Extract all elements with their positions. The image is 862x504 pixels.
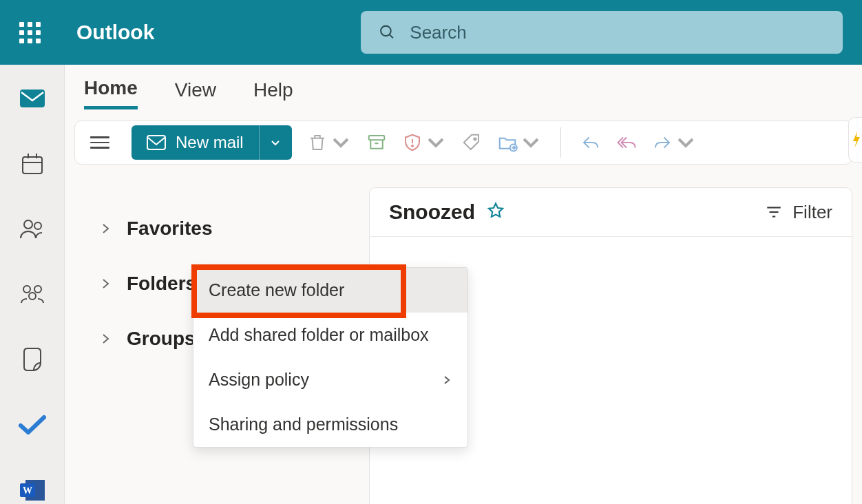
people-app-icon[interactable] [19, 216, 46, 242]
groups-app-icon[interactable] [19, 281, 46, 308]
reply-all-icon [616, 132, 637, 153]
toolbar-divider [560, 127, 561, 158]
svg-rect-2 [20, 90, 45, 107]
svg-point-18 [412, 145, 413, 147]
trash-icon [307, 132, 328, 153]
toolbar: New mail [74, 120, 852, 165]
calendar-app-icon[interactable] [19, 151, 46, 178]
word-app-icon[interactable]: W [19, 476, 46, 504]
app-banner: Outlook [0, 0, 862, 65]
favorites-label: Favorites [127, 218, 213, 240]
nav-toggle-icon[interactable] [83, 136, 116, 149]
context-create-folder[interactable]: Create new folder [193, 268, 467, 313]
folders-label: Folders [127, 273, 196, 295]
svg-rect-3 [23, 157, 42, 174]
delete-button[interactable] [307, 132, 351, 153]
forward-icon [652, 132, 673, 153]
context-create-folder-label: Create new folder [209, 280, 344, 300]
svg-point-8 [34, 222, 41, 229]
ribbon-tabs: Home View Help [65, 65, 862, 109]
svg-point-19 [474, 138, 476, 140]
chevron-right-icon [99, 222, 112, 235]
chevron-down-icon [521, 132, 541, 153]
tab-home[interactable]: Home [84, 77, 138, 109]
svg-rect-16 [368, 136, 384, 140]
pane-header: Snoozed Filter [370, 188, 852, 237]
reply-icon [580, 132, 601, 153]
archive-icon [366, 132, 387, 153]
chevron-right-icon [99, 333, 112, 345]
move-button[interactable] [497, 132, 541, 153]
files-app-icon[interactable] [19, 346, 46, 373]
svg-line-1 [390, 34, 393, 38]
chevron-right-icon [441, 375, 452, 386]
toolbar-overflow[interactable] [848, 117, 862, 162]
context-add-shared[interactable]: Add shared folder or mailbox [193, 313, 467, 357]
search-icon [379, 23, 396, 41]
chevron-down-icon [675, 132, 696, 153]
search-input[interactable] [396, 22, 825, 43]
new-mail-dropdown[interactable] [259, 125, 292, 160]
reply-all-button[interactable] [616, 132, 637, 153]
new-mail-button[interactable]: New mail [132, 125, 259, 160]
favorites-section[interactable]: Favorites [65, 208, 369, 249]
context-assign-policy[interactable]: Assign policy [193, 357, 467, 402]
tag-icon [461, 132, 482, 153]
app-launcher-icon[interactable] [19, 22, 41, 43]
folder-move-icon [497, 132, 518, 153]
filter-icon [765, 203, 783, 221]
lightning-icon [851, 130, 861, 149]
chevron-down-icon [270, 137, 281, 148]
search-box[interactable] [361, 11, 843, 54]
folder-title: Snoozed [389, 200, 475, 224]
context-sharing-label: Sharing and permissions [209, 414, 398, 434]
groups-label: Groups [127, 328, 196, 350]
app-rail: W [0, 65, 65, 504]
new-mail-label: New mail [176, 133, 244, 152]
sweep-button[interactable] [461, 132, 482, 153]
chevron-down-icon [425, 132, 446, 153]
filter-button[interactable]: Filter [765, 202, 832, 223]
brand-label: Outlook [76, 21, 154, 44]
svg-point-0 [381, 26, 391, 36]
tab-help[interactable]: Help [253, 79, 293, 108]
report-button[interactable] [402, 132, 446, 153]
favorite-star-icon[interactable] [486, 201, 505, 223]
reply-button[interactable] [580, 132, 601, 153]
chevron-right-icon [99, 277, 112, 290]
todo-app-icon[interactable] [19, 411, 46, 438]
svg-point-9 [23, 286, 30, 293]
context-sharing[interactable]: Sharing and permissions [193, 402, 467, 447]
mail-icon [147, 135, 166, 150]
new-mail-button-group: New mail [132, 125, 292, 160]
tab-view[interactable]: View [175, 79, 216, 108]
svg-point-7 [24, 220, 32, 229]
chevron-down-icon [330, 132, 351, 153]
svg-rect-15 [147, 136, 165, 149]
forward-button[interactable] [652, 132, 696, 153]
shield-warning-icon [402, 132, 423, 153]
svg-point-11 [29, 293, 36, 300]
context-assign-policy-label: Assign policy [209, 370, 309, 390]
svg-point-10 [34, 286, 41, 293]
context-add-shared-label: Add shared folder or mailbox [209, 325, 429, 345]
mail-app-icon[interactable] [19, 85, 46, 112]
svg-text:W: W [23, 485, 32, 496]
filter-label: Filter [792, 202, 832, 223]
folder-context-menu: Create new folder Add shared folder or m… [193, 267, 468, 448]
archive-button[interactable] [366, 132, 387, 153]
